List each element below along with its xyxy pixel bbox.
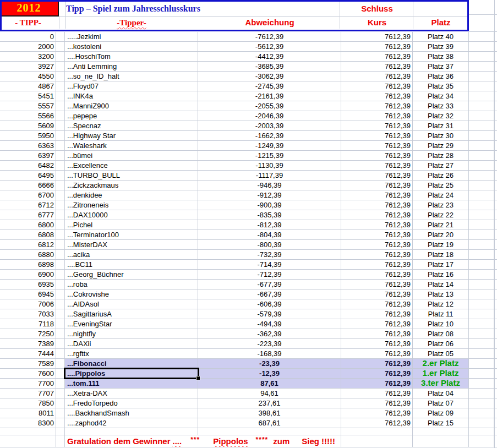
cell-abweichung[interactable]: -3062,39 <box>198 72 341 81</box>
column-header-kurs-line2[interactable]: Kurs <box>341 17 413 29</box>
column-header-tipper[interactable]: -Tipper- <box>65 17 198 29</box>
cell-tipper[interactable]: ...Cokrovishe <box>65 289 198 299</box>
cell-spacer[interactable] <box>56 359 65 368</box>
cell-platz[interactable]: Platz 17 <box>413 260 469 269</box>
cell-kurs[interactable]: 7612,39 <box>341 101 413 111</box>
cell-empty[interactable] <box>469 190 494 200</box>
cell-platz[interactable]: Platz 22 <box>413 210 469 220</box>
cell-platz[interactable]: Platz 06 <box>413 339 469 348</box>
cell-kurs[interactable]: 7612,39 <box>341 260 413 269</box>
cell-tipper[interactable]: ...Xetra-DAX <box>65 389 198 398</box>
cell-tipp[interactable]: 6808 <box>0 230 56 239</box>
cell-platz[interactable]: Platz 40 <box>413 32 469 41</box>
cell-empty[interactable] <box>469 141 494 150</box>
cell-kurs[interactable]: 7612,39 <box>341 171 413 180</box>
cell-empty[interactable] <box>469 121 494 130</box>
cell-spacer[interactable] <box>56 240 65 249</box>
cell-abweichung[interactable]: -494,39 <box>198 319 341 329</box>
sheet-title[interactable]: Tipp – Spiel zum Jahresschlusskurs <box>66 2 200 16</box>
cell-kurs[interactable]: 7612,39 <box>341 398 413 408</box>
cell-empty[interactable] <box>469 260 494 269</box>
cell-tipp[interactable]: 6666 <box>0 181 56 190</box>
cell-kurs[interactable]: 7612,39 <box>341 299 413 309</box>
cell-spacer[interactable] <box>56 200 65 210</box>
cell-platz[interactable]: Platz 39 <box>413 42 469 51</box>
cell-kurs[interactable]: 7612,39 <box>341 329 413 338</box>
cell-spacer[interactable] <box>56 319 65 329</box>
cell-platz[interactable] <box>413 428 469 435</box>
cell-empty[interactable] <box>469 81 494 91</box>
cell-abweichung[interactable]: 237,61 <box>198 398 341 408</box>
cell-abweichung[interactable]: -714,39 <box>198 260 341 269</box>
cell-kurs[interactable]: 7612,39 <box>341 309 413 319</box>
year-cell[interactable]: 2012 <box>0 0 59 17</box>
cell-abweichung[interactable] <box>198 428 341 435</box>
cell-platz[interactable] <box>413 435 469 447</box>
cell-abweichung[interactable]: -2745,39 <box>198 81 341 91</box>
cell-tipper[interactable]: ....zaphod42 <box>65 418 198 428</box>
cell-spacer[interactable] <box>56 151 65 160</box>
cell-abweichung[interactable]: -1215,39 <box>198 151 341 160</box>
cell-tipp[interactable]: 5566 <box>0 111 56 121</box>
cell-kurs[interactable]: 7612,39 <box>341 190 413 200</box>
cell-tipper[interactable]: ...Excellence <box>65 161 198 170</box>
cell-tipper[interactable]: .....Jezkimi <box>65 32 198 41</box>
cell-platz[interactable]: Platz 04 <box>413 389 469 398</box>
cell-spacer[interactable] <box>56 329 65 338</box>
cell-abweichung[interactable]: -362,39 <box>198 329 341 338</box>
cell-platz[interactable]: Platz 11 <box>413 309 469 319</box>
cell-empty[interactable] <box>469 210 494 220</box>
cell-abweichung[interactable]: -7612,39 <box>198 32 341 41</box>
cell-platz[interactable]: 3.ter Platz <box>413 379 469 388</box>
cell-platz[interactable]: Platz 26 <box>413 171 469 180</box>
cell-platz[interactable]: Platz 07 <box>413 398 469 408</box>
cell-empty[interactable] <box>469 200 494 210</box>
cell-tipper[interactable]: ....HoschiTom <box>65 52 198 61</box>
cell-empty[interactable] <box>469 240 494 249</box>
cell-abweichung[interactable]: -12,39 <box>198 369 341 378</box>
cell-abweichung[interactable]: 687,61 <box>198 418 341 428</box>
cell-tipper[interactable]: ...ManniZ900 <box>65 101 198 111</box>
cell-kurs[interactable]: 7612,39 <box>341 52 413 61</box>
cell-tipper[interactable]: ...Anti Lemming <box>65 62 198 71</box>
cell-abweichung[interactable]: -667,39 <box>198 289 341 299</box>
cell-empty[interactable] <box>469 359 494 368</box>
cell-platz[interactable]: Platz 13 <box>413 289 469 299</box>
cell-tipp[interactable]: 0 <box>0 32 56 41</box>
cell-tipp[interactable]: 5451 <box>0 91 56 101</box>
cell-kurs[interactable]: 7612,39 <box>341 121 413 130</box>
cell-kurs[interactable]: 7612,39 <box>341 220 413 230</box>
cell-tipper[interactable]: ...EveningStar <box>65 319 198 329</box>
cell-platz[interactable]: Platz 25 <box>413 181 469 190</box>
cell-spacer[interactable] <box>56 389 65 398</box>
cell-spacer[interactable] <box>56 81 65 91</box>
cell-empty[interactable] <box>469 319 494 329</box>
cell-kurs[interactable]: 7612,39 <box>341 418 413 428</box>
cell-tipper[interactable]: ...INK4a <box>65 91 198 101</box>
cell-tipp[interactable]: 6898 <box>0 260 56 269</box>
cell-tipper[interactable]: ...DAXii <box>65 339 198 348</box>
cell-tipper[interactable]: ....BackhandSmash <box>65 408 198 418</box>
cell-empty[interactable] <box>469 428 494 435</box>
cell-tipp[interactable]: 5557 <box>0 101 56 111</box>
cell-tipp[interactable]: 6880 <box>0 250 56 259</box>
cell-empty[interactable] <box>469 349 494 358</box>
cell-tipper[interactable]: ...acika <box>65 250 198 259</box>
column-header-tipp[interactable]: - TIPP- <box>0 17 56 29</box>
cell-spacer[interactable] <box>56 32 65 41</box>
cell-kurs[interactable]: 7612,39 <box>341 389 413 398</box>
cell-tipp[interactable]: 5609 <box>0 121 56 130</box>
cell-tipper[interactable]: ...tom.111 <box>65 379 198 388</box>
cell-kurs[interactable]: 7612,39 <box>341 32 413 41</box>
cell-empty[interactable] <box>469 369 494 378</box>
cell-kurs[interactable]: 7612,39 <box>341 111 413 121</box>
cell-platz[interactable]: Platz 10 <box>413 319 469 329</box>
cell-spacer[interactable] <box>56 369 65 378</box>
cell-abweichung[interactable]: -812,39 <box>198 220 341 230</box>
cell-abweichung[interactable]: -912,39 <box>198 190 341 200</box>
cell-spacer[interactable] <box>56 250 65 259</box>
cell-empty[interactable] <box>469 111 494 121</box>
cell-tipp[interactable]: 7033 <box>0 309 56 319</box>
cell-tipp[interactable]: 7006 <box>0 299 56 309</box>
cell-abweichung[interactable]: -1249,39 <box>198 141 341 150</box>
